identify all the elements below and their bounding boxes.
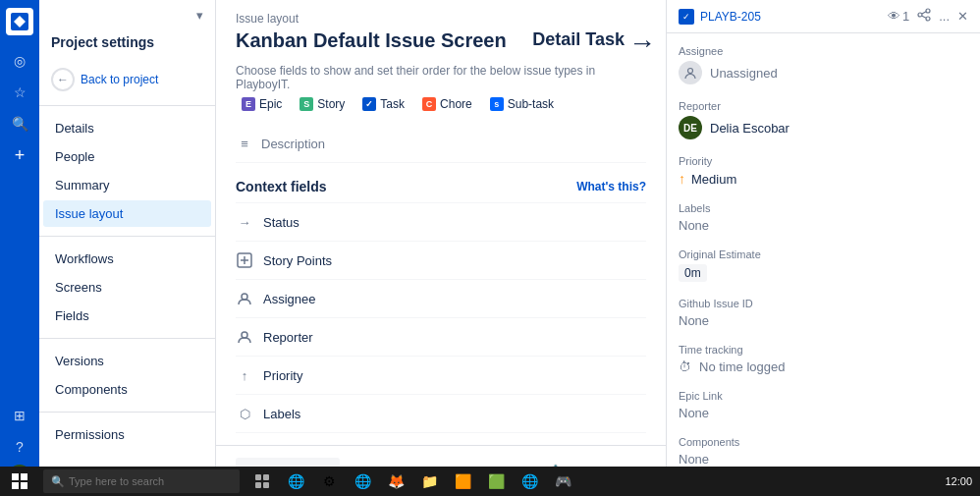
close-panel-button[interactable]: ✕ <box>957 9 968 24</box>
status-label: Status <box>263 215 299 230</box>
nav-help-icon[interactable]: ? <box>6 433 33 461</box>
detail-assignee-section: Assignee Unassigned <box>679 45 968 84</box>
taskbar-icon-explorer[interactable]: 📁 <box>414 467 444 496</box>
time-tracking-value: No time logged <box>699 359 785 374</box>
nav-star-icon[interactable]: ☆ <box>6 79 33 106</box>
reporter-value-row: DE Delia Escobar <box>679 116 968 139</box>
sidebar-item-versions[interactable]: Versions <box>43 348 211 374</box>
svg-rect-8 <box>12 473 19 480</box>
issue-type-epic[interactable]: E Epic <box>236 95 288 113</box>
issue-type-subtask[interactable]: s Sub-task <box>484 95 560 113</box>
time-tracking-value-row: ⏱ No time logged <box>679 359 968 374</box>
taskbar-time: 12:00 <box>945 475 972 487</box>
nav-add-icon[interactable]: + <box>6 141 33 169</box>
app-navigation: ◎ ☆ 🔍 + ⊞ ? DE <box>0 0 39 496</box>
story-points-label: Story Points <box>263 253 332 268</box>
taskbar-icon-game[interactable]: 🎮 <box>548 467 577 496</box>
back-to-project-button[interactable]: ← Back to project <box>39 62 215 97</box>
sidebar-item-fields[interactable]: Fields <box>43 303 211 329</box>
taskbar-icon-app2[interactable]: 🟩 <box>481 467 511 496</box>
description-icon: ≡ <box>236 135 253 152</box>
detail-panel-header: ✓ PLAYB-205 👁 1 ... ✕ <box>667 0 980 33</box>
reporter-label: Reporter <box>263 330 313 345</box>
app-logo[interactable] <box>6 8 33 35</box>
issue-types-bar: E Epic S Story ✓ Task C Chore s Sub-task <box>216 95 666 125</box>
taskbar-search-input[interactable] <box>69 475 232 487</box>
svg-point-5 <box>918 13 922 17</box>
taskbar-icon-firefox[interactable]: 🦊 <box>381 467 410 496</box>
more-options-button[interactable]: ... <box>939 9 950 24</box>
labels-label: Labels <box>263 407 300 421</box>
subtask-icon: s <box>490 97 504 111</box>
priority-section-label: Priority <box>679 155 968 167</box>
taskbar-icon-chrome[interactable]: 🌐 <box>348 467 377 496</box>
issue-type-chore[interactable]: C Chore <box>416 95 478 113</box>
detail-time-tracking-section: Time tracking ⏱ No time logged <box>679 344 968 374</box>
field-row-reporter: Reporter <box>236 317 646 356</box>
sidebar-collapse-button[interactable]: ▾ <box>39 0 215 30</box>
taskbar-app-icons: 🌐 ⚙ 🌐 🦊 📁 🟧 🟩 🌐 🎮 <box>244 467 581 496</box>
story-points-icon <box>236 251 253 269</box>
main-content: Issue layout Kanban Default Issue Screen… <box>216 0 666 496</box>
sidebar-item-components[interactable]: Components <box>43 376 211 403</box>
detail-reporter-section: Reporter DE Delia Escobar <box>679 100 968 139</box>
svg-rect-14 <box>255 482 261 488</box>
assignee-value-row: Unassigned <box>679 61 968 84</box>
issue-id: ✓ PLAYB-205 <box>679 9 761 25</box>
priority-value-row: ↑ Medium <box>679 171 968 187</box>
assignee-label: Assignee <box>263 292 315 306</box>
detail-labels-section: Labels None <box>679 202 968 233</box>
sidebar-item-people[interactable]: People <box>43 143 211 170</box>
taskbar-icon-multitasking[interactable] <box>247 467 277 496</box>
detail-panel: ✓ PLAYB-205 👁 1 ... ✕ Assignee <box>666 0 980 496</box>
taskbar-icon-settings[interactable]: ⚙ <box>314 467 344 496</box>
nav-home-icon[interactable]: ◎ <box>6 47 33 75</box>
taskbar-start-button[interactable] <box>0 467 39 496</box>
subtask-label: Sub-task <box>508 97 554 111</box>
taskbar-icon-edge[interactable]: 🌐 <box>281 467 310 496</box>
share-icon <box>917 8 931 25</box>
svg-point-2 <box>242 294 247 300</box>
detail-components-section: Components None <box>679 436 968 467</box>
issue-type-task[interactable]: ✓ Task <box>356 95 410 113</box>
taskbar-search-icon: 🔍 <box>51 475 65 488</box>
issue-type-story[interactable]: S Story <box>294 95 351 113</box>
detail-original-estimate-section: Original Estimate 0m <box>679 248 968 282</box>
time-tracking-section-label: Time tracking <box>679 344 968 356</box>
taskbar-icon-browser2[interactable]: 🌐 <box>515 467 544 496</box>
epic-link-section-label: Epic Link <box>679 390 968 402</box>
field-row-original-estimate: ≡ Original Estimate <box>236 432 646 445</box>
sidebar-item-workflows[interactable]: Workflows <box>43 246 211 272</box>
svg-rect-10 <box>12 482 19 489</box>
taskbar-icon-app1[interactable]: 🟧 <box>448 467 477 496</box>
issue-id-text: PLAYB-205 <box>700 10 761 24</box>
eye-icon: 👁 <box>888 9 900 24</box>
field-row-assignee: Assignee <box>236 279 646 317</box>
svg-point-3 <box>242 332 247 338</box>
sidebar-item-screens[interactable]: Screens <box>43 274 211 301</box>
assignee-section-label: Assignee <box>679 45 968 57</box>
share-button[interactable] <box>917 8 931 25</box>
field-row-story-points: Story Points <box>236 241 646 279</box>
whats-this-link[interactable]: What's this? <box>576 180 646 193</box>
chore-label: Chore <box>440 97 472 111</box>
labels-value: None <box>679 218 968 233</box>
sidebar-item-summary[interactable]: Summary <box>43 172 211 198</box>
description-label: Description <box>261 137 325 151</box>
svg-rect-15 <box>263 482 269 488</box>
nav-search-icon[interactable]: 🔍 <box>6 110 33 138</box>
components-section-label: Components <box>679 436 968 448</box>
nav-apps-icon[interactable]: ⊞ <box>6 402 33 429</box>
task-icon: ✓ <box>362 97 376 111</box>
svg-point-4 <box>926 9 930 13</box>
context-fields-header: Context fields What's this? <box>236 163 646 202</box>
fields-container: ≡ Description Context fields What's this… <box>216 125 666 445</box>
chevron-down-icon: ▾ <box>196 8 203 23</box>
taskbar-search-box[interactable]: 🔍 <box>43 469 240 493</box>
watch-button[interactable]: 👁 1 <box>888 9 909 24</box>
sidebar-item-issue-layout[interactable]: Issue layout <box>43 200 211 227</box>
description-field-row: ≡ Description <box>236 125 646 163</box>
sidebar-item-details[interactable]: Details <box>43 115 211 141</box>
sidebar-item-permissions[interactable]: Permissions <box>43 421 211 448</box>
reporter-value: Delia Escobar <box>710 121 789 136</box>
